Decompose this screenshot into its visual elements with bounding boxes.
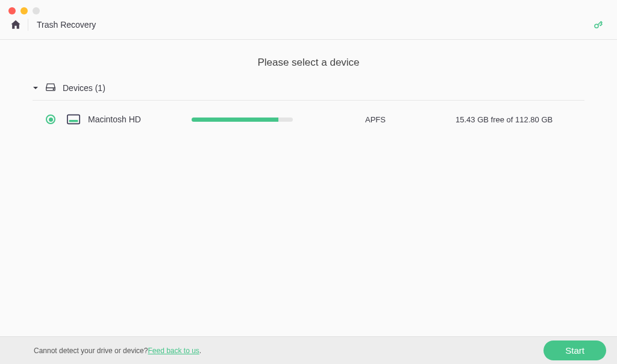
chevron-down-icon [33,85,39,91]
hard-drive-icon [66,113,81,126]
window-close-button[interactable] [8,7,16,14]
footer-detect-text: Cannot detect your drive or device? [34,347,148,355]
device-format: APFS [365,115,456,124]
main-content: Please select a device Devices (1) Mac [0,40,617,126]
usage-bar [192,118,293,122]
device-radio[interactable] [46,115,55,124]
radio-selected-icon [49,118,53,122]
svg-point-0 [595,24,598,28]
feedback-link[interactable]: Feed back to us [148,347,199,355]
page-title: Trash Recovery [37,20,96,30]
footer-bar: Cannot detect your drive or device? Feed… [0,336,617,364]
devices-section-header[interactable]: Devices (1) [33,82,584,101]
usage-bar-fill [192,118,278,122]
svg-point-1 [53,89,54,89]
footer-dot: . [199,347,201,355]
window-maximize-button[interactable] [33,7,40,14]
header-bar: Trash Recovery [0,17,617,40]
svg-rect-3 [69,120,78,122]
device-name: Macintosh HD [88,115,192,124]
home-icon[interactable] [10,19,22,31]
key-icon[interactable] [593,19,604,30]
window-minimize-button[interactable] [20,7,28,14]
devices-section-label: Devices (1) [63,83,105,93]
start-button[interactable]: Start [543,340,606,360]
select-device-prompt: Please select a device [33,57,584,69]
svg-rect-2 [67,115,80,124]
device-row[interactable]: Macintosh HD APFS 15.43 GB free of 112.8… [33,101,584,126]
drive-group-icon [45,82,57,94]
device-free-text: 15.43 GB free of 112.80 GB [456,115,553,124]
header-divider [28,19,28,31]
